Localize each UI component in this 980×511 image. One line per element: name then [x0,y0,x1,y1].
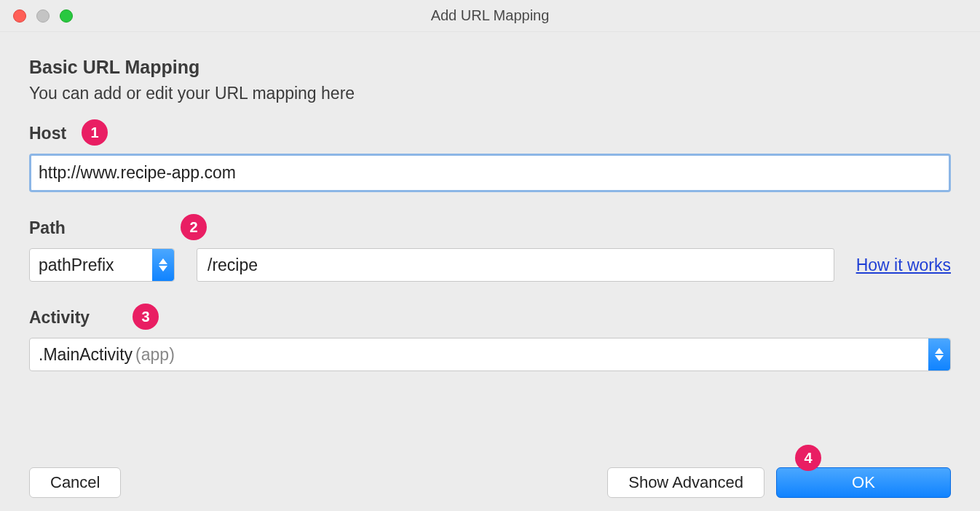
ok-button[interactable]: OK 4 [776,467,951,498]
chevron-up-down-icon [928,338,950,371]
svg-marker-1 [159,266,167,272]
svg-marker-2 [935,348,944,354]
section-heading: Basic URL Mapping [29,57,951,78]
section-subheading: You can add or edit your URL mapping her… [29,84,951,103]
path-label: Path [29,218,951,238]
activity-label: Activity [29,308,951,328]
window-title: Add URL Mapping [0,7,980,24]
dialog-body: Basic URL Mapping You can add or edit yo… [0,32,980,371]
window-controls [13,9,73,23]
path-input[interactable] [197,248,834,282]
activity-select[interactable]: .MainActivity (app) [29,338,951,371]
dialog-footer: Cancel Show Advanced OK 4 [29,467,951,498]
ok-button-label: OK [852,473,875,491]
path-row: pathPrefix How it works [29,248,951,282]
minimize-window-button[interactable] [36,9,50,23]
host-input[interactable] [31,157,949,189]
annotation-badge-1: 1 [82,119,108,146]
maximize-window-button[interactable] [60,9,73,23]
activity-selected-suffix: (app) [135,345,175,365]
path-type-selected: pathPrefix [30,249,152,281]
svg-marker-0 [159,258,167,264]
host-section: Host 1 [29,124,951,192]
svg-marker-3 [935,355,944,361]
path-type-select[interactable]: pathPrefix [29,248,175,282]
host-label: Host [29,124,951,143]
path-section: Path 2 pathPrefix How it works [29,218,951,282]
activity-section: Activity 3 .MainActivity (app) [29,308,951,371]
chevron-up-down-icon [152,249,174,281]
activity-selected-main: .MainActivity [39,345,133,365]
titlebar: Add URL Mapping [0,0,980,32]
annotation-badge-2: 2 [181,214,207,240]
close-window-button[interactable] [13,9,26,23]
show-advanced-button[interactable]: Show Advanced [607,467,764,498]
host-input-focus-ring [29,154,951,192]
how-it-works-link[interactable]: How it works [856,256,951,275]
annotation-badge-3: 3 [133,304,159,330]
add-url-mapping-dialog: Add URL Mapping Basic URL Mapping You ca… [0,0,980,511]
cancel-button[interactable]: Cancel [29,467,121,498]
activity-selected: .MainActivity (app) [30,338,928,371]
annotation-badge-4: 4 [795,445,821,471]
